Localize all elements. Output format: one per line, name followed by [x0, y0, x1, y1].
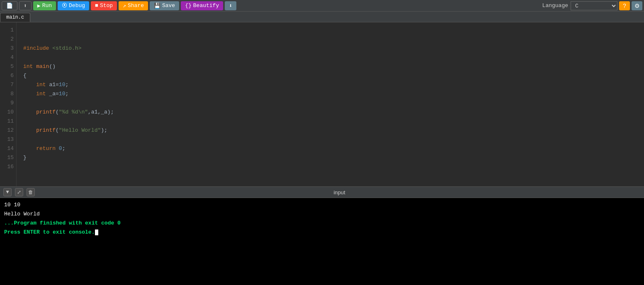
settings-button[interactable]: ⚙	[632, 1, 642, 10]
editor-area: 12345678910111213141516 #include <stdio.…	[0, 22, 644, 186]
language-label: Language	[542, 2, 568, 9]
code-line-6: {	[23, 71, 644, 80]
code-line-11	[23, 117, 644, 126]
download-button[interactable]: ⬇	[225, 1, 236, 10]
run-button[interactable]: ▶ Run	[33, 1, 56, 10]
code-line-2	[23, 35, 644, 44]
code-line-8: int _a=10;	[23, 89, 644, 99]
console-line: Hello World	[4, 210, 640, 219]
console-line: 10 10	[4, 200, 640, 210]
code-line-16	[23, 162, 644, 171]
code-line-5: int main()	[23, 62, 644, 71]
clear-icon: 🗑	[28, 189, 33, 196]
console-cursor	[95, 229, 98, 235]
collapse-button[interactable]: ▼	[3, 188, 12, 196]
stop-icon: ■	[95, 2, 98, 9]
line-number-16: 16	[3, 162, 14, 171]
line-number-5: 5	[3, 62, 14, 71]
expand-icon: ⤢	[17, 189, 21, 196]
code-line-9	[23, 99, 644, 108]
console-output[interactable]: 10 10Hello World...Program finished with…	[0, 198, 644, 285]
code-line-4	[23, 53, 644, 62]
code-line-1	[23, 26, 644, 35]
line-number-8: 8	[3, 89, 14, 99]
language-selector-wrap: Language C C++ Java Python JavaScript	[542, 1, 617, 10]
line-number-9: 9	[3, 99, 14, 108]
line-number-15: 15	[3, 153, 14, 162]
file-icon-button[interactable]: 📄	[2, 1, 17, 10]
share-icon: ↗	[123, 2, 126, 9]
code-line-13	[23, 135, 644, 144]
run-icon: ▶	[37, 2, 41, 9]
file-tab-main[interactable]: main.c	[0, 13, 30, 22]
debug-icon: ⦿	[62, 2, 67, 9]
upload-icon-button[interactable]: ⬆	[19, 1, 32, 10]
line-number-4: 4	[3, 53, 14, 62]
beautify-icon: {}	[185, 2, 192, 9]
collapse-icon: ▼	[6, 189, 9, 195]
upload-icon: ⬆	[24, 2, 27, 9]
line-number-13: 13	[3, 135, 14, 144]
line-number-3: 3	[3, 44, 14, 53]
line-number-2: 2	[3, 35, 14, 44]
line-number-10: 10	[3, 108, 14, 117]
code-line-12: printf("Hello World");	[23, 126, 644, 135]
clear-button[interactable]: 🗑	[27, 188, 35, 196]
line-number-14: 14	[3, 144, 14, 153]
beautify-button[interactable]: {} Beautify	[181, 1, 223, 10]
line-number-11: 11	[3, 117, 14, 126]
toolbar: 📄 ⬆ ▶ Run ⦿ Debug ■ Stop ↗ Share 💾 Save …	[0, 0, 644, 12]
debug-button[interactable]: ⦿ Debug	[58, 1, 89, 10]
download-icon: ⬇	[229, 2, 232, 9]
line-numbers: 12345678910111213141516	[0, 22, 17, 186]
console-line: ...Program finished with exit code 0	[4, 219, 640, 228]
code-line-7: int a1=10;	[23, 80, 644, 89]
line-number-1: 1	[3, 26, 14, 35]
help-button[interactable]: ?	[619, 1, 630, 10]
share-button[interactable]: ↗ Share	[119, 1, 148, 10]
panel-label: input	[38, 189, 641, 196]
help-icon: ?	[623, 2, 626, 9]
save-icon: 💾	[154, 2, 160, 9]
line-number-7: 7	[3, 80, 14, 89]
bottom-panel-bar: ▼ ⤢ 🗑 input	[0, 186, 644, 198]
code-line-10: printf("%d %d\n",a1,_a);	[23, 108, 644, 117]
code-editor[interactable]: #include <stdio.h> int main(){ int a1=10…	[17, 22, 644, 186]
code-line-15: }	[23, 153, 644, 162]
stop-button[interactable]: ■ Stop	[91, 1, 117, 10]
code-line-14: return 0;	[23, 144, 644, 153]
language-select[interactable]: C C++ Java Python JavaScript	[571, 1, 617, 10]
settings-icon: ⚙	[634, 2, 640, 9]
file-icon: 📄	[6, 2, 13, 9]
line-number-12: 12	[3, 126, 14, 135]
console-line: Press ENTER to exit console.	[4, 228, 640, 237]
expand-button[interactable]: ⤢	[15, 188, 23, 196]
line-number-6: 6	[3, 71, 14, 80]
code-line-3: #include <stdio.h>	[23, 44, 644, 53]
file-tabs: main.c	[0, 12, 644, 22]
save-button[interactable]: 💾 Save	[150, 1, 179, 10]
